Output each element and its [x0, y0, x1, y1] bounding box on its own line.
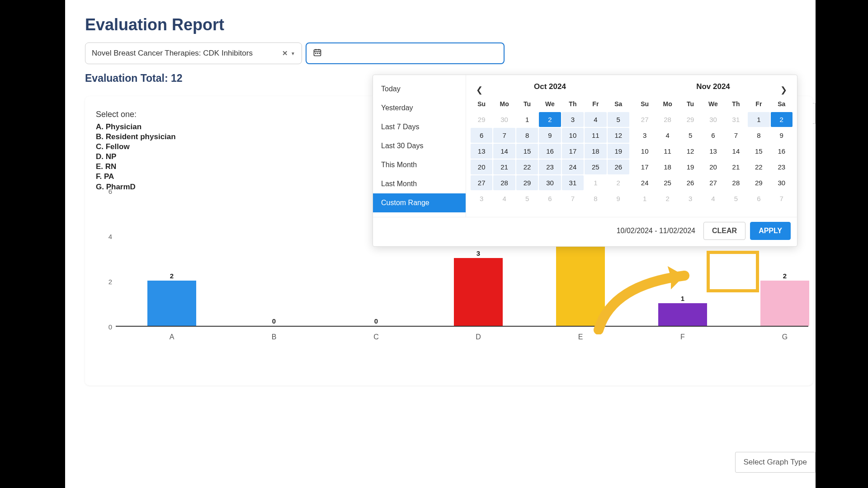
- calendar-day[interactable]: 15: [748, 144, 769, 159]
- calendar-day[interactable]: 22: [748, 160, 769, 174]
- date-preset[interactable]: Last Month: [373, 174, 466, 193]
- calendar-day[interactable]: 29: [516, 175, 538, 190]
- calendar-day[interactable]: 23: [539, 160, 561, 174]
- next-month-icon[interactable]: ❯: [777, 83, 791, 97]
- calendar-day[interactable]: 21: [493, 160, 515, 174]
- bar-group: 2G: [760, 272, 809, 326]
- calendar-day[interactable]: 25: [656, 175, 678, 190]
- calendar-day[interactable]: 10: [562, 128, 584, 143]
- calendar-day[interactable]: 27: [471, 175, 492, 190]
- bar-group: 1F: [658, 295, 707, 326]
- bar-group: 3D: [454, 249, 503, 326]
- calendar-day[interactable]: 9: [539, 128, 561, 143]
- calendar-day[interactable]: 17: [562, 144, 584, 159]
- calendar-dow: Sa: [771, 98, 793, 111]
- calendar-day[interactable]: 19: [679, 160, 701, 174]
- calendar-day[interactable]: 12: [679, 144, 701, 159]
- calendar-day[interactable]: 10: [634, 144, 656, 159]
- calendar-dow: Th: [725, 98, 747, 111]
- bar-category: A: [147, 333, 196, 341]
- calendar-day: 1: [634, 191, 656, 206]
- calendar-dow: Su: [634, 98, 656, 111]
- calendar-day: 30: [702, 112, 724, 127]
- calendar-day[interactable]: 6: [702, 128, 724, 143]
- calendar-day[interactable]: 26: [679, 175, 701, 190]
- calendar-day[interactable]: 28: [725, 175, 747, 190]
- date-preset[interactable]: This Month: [373, 155, 466, 174]
- y-tick: 2: [108, 278, 112, 286]
- calendar-day[interactable]: 11: [656, 144, 678, 159]
- calendar-day[interactable]: 21: [725, 160, 747, 174]
- date-preset[interactable]: Yesterday: [373, 99, 466, 117]
- calendar-day[interactable]: 11: [585, 128, 606, 143]
- calendar-day[interactable]: 3: [562, 112, 584, 127]
- calendar-day[interactable]: 14: [725, 144, 747, 159]
- calendar-day[interactable]: 17: [634, 160, 656, 174]
- topic-dropdown-value: Novel Breast Cancer Therapies: CDK Inhib…: [92, 49, 253, 58]
- calendar-day[interactable]: 19: [608, 144, 629, 159]
- date-preset[interactable]: Last 30 Days: [373, 136, 466, 155]
- prev-month-icon[interactable]: ❮: [472, 83, 486, 97]
- calendar-day[interactable]: 27: [702, 175, 724, 190]
- calendar-day[interactable]: 22: [516, 160, 538, 174]
- calendar-day[interactable]: 20: [471, 160, 492, 174]
- calendar-day[interactable]: 30: [539, 175, 561, 190]
- calendar-day[interactable]: 20: [702, 160, 724, 174]
- calendar-day: 7: [771, 191, 793, 206]
- apply-button[interactable]: APPLY: [750, 222, 791, 240]
- calendar-day[interactable]: 1: [748, 112, 769, 127]
- calendar-day[interactable]: 24: [562, 160, 584, 174]
- calendar-day: 31: [725, 112, 747, 127]
- calendar-day[interactable]: 3: [634, 128, 656, 143]
- date-preset[interactable]: Last 7 Days: [373, 117, 466, 136]
- calendar-dow: Fr: [748, 98, 769, 111]
- calendar-day[interactable]: 8: [748, 128, 769, 143]
- calendar-day: 9: [608, 191, 629, 206]
- calendar-day[interactable]: 7: [725, 128, 747, 143]
- date-range-input[interactable]: [306, 42, 505, 64]
- calendar-day[interactable]: 28: [493, 175, 515, 190]
- calendar-day[interactable]: 1: [516, 112, 538, 127]
- calendar-day[interactable]: 4: [656, 128, 678, 143]
- bar-group: 0B: [250, 317, 298, 326]
- clear-button[interactable]: CLEAR: [703, 222, 745, 240]
- date-picker-popover: TodayYesterdayLast 7 DaysLast 30 DaysThi…: [373, 75, 797, 247]
- calendar-day[interactable]: 2: [539, 112, 561, 127]
- calendar-day[interactable]: 2: [771, 112, 793, 127]
- calendar-day[interactable]: 9: [771, 128, 793, 143]
- bar: [556, 235, 605, 326]
- date-preset[interactable]: Custom Range: [373, 193, 466, 212]
- calendar-day[interactable]: 24: [634, 175, 656, 190]
- calendar-day[interactable]: 18: [656, 160, 678, 174]
- calendar-day[interactable]: 14: [493, 144, 515, 159]
- calendar-day[interactable]: 5: [679, 128, 701, 143]
- date-preset[interactable]: Today: [373, 80, 466, 99]
- y-tick: 6: [108, 188, 112, 195]
- calendar-day[interactable]: 13: [471, 144, 492, 159]
- calendar-day[interactable]: 15: [516, 144, 538, 159]
- calendar-day[interactable]: 26: [608, 160, 629, 174]
- topic-dropdown[interactable]: Novel Breast Cancer Therapies: CDK Inhib…: [85, 42, 302, 64]
- bar-value: 0: [250, 317, 298, 325]
- date-range-field[interactable]: [326, 49, 497, 57]
- calendar-day[interactable]: 23: [771, 160, 793, 174]
- calendar-day: 30: [493, 112, 515, 127]
- calendar-day[interactable]: 25: [585, 160, 606, 174]
- calendar-day[interactable]: 6: [471, 128, 492, 143]
- clear-topic-icon[interactable]: ✕: [282, 49, 288, 57]
- calendar-day[interactable]: 29: [748, 175, 769, 190]
- calendar-day[interactable]: 31: [562, 175, 584, 190]
- calendar-day[interactable]: 8: [516, 128, 538, 143]
- calendar-day[interactable]: 4: [585, 112, 606, 127]
- calendar-day[interactable]: 7: [493, 128, 515, 143]
- calendar-day[interactable]: 13: [702, 144, 724, 159]
- calendar-dow: Fr: [585, 98, 606, 111]
- calendar-day[interactable]: 5: [608, 112, 629, 127]
- graph-type-select-bottom[interactable]: Select Graph Type: [735, 452, 816, 473]
- calendar-day[interactable]: 18: [585, 144, 606, 159]
- calendar-day[interactable]: 30: [771, 175, 793, 190]
- calendar-day[interactable]: 16: [539, 144, 561, 159]
- calendar-day[interactable]: 12: [608, 128, 629, 143]
- calendar-day: 5: [725, 191, 747, 206]
- calendar-day[interactable]: 16: [771, 144, 793, 159]
